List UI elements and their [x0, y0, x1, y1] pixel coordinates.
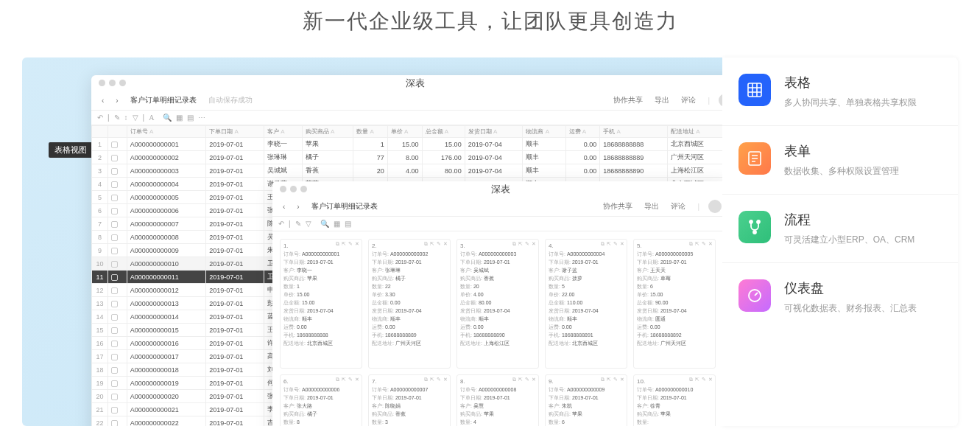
copy-icon: ⧉ [424, 241, 428, 247]
card-toolbar[interactable]: ⧉⇱✎✕ [512, 377, 536, 383]
copy-icon: ⧉ [689, 241, 693, 247]
view-card-icon[interactable]: ▤ [187, 114, 194, 122]
card-toolbar[interactable]: ⧉⇱✎✕ [689, 377, 713, 383]
tooltip-grid-view: 表格视图 [49, 142, 93, 158]
export-button[interactable]: 导出 [652, 94, 672, 107]
dashboard-icon [738, 279, 771, 312]
window-title: 深表 [272, 183, 722, 196]
share-button[interactable]: 协作共享 [610, 94, 646, 107]
record-card[interactable]: ⧉⇱✎✕ 1. 订单号: A000000000001 下单日期: 2019-07… [280, 239, 362, 369]
record-card[interactable]: ⧉⇱✎✕ 2. 订单号: A000000000002 下单日期: 2019-07… [368, 239, 451, 369]
undo-icon[interactable]: ↶ [278, 220, 284, 228]
copy-icon: ⧉ [424, 377, 428, 383]
card-toolbar[interactable]: ⧉⇱✎✕ [512, 241, 536, 247]
svg-point-3 [757, 220, 760, 223]
more-icon[interactable]: ⋯ [198, 114, 205, 122]
search-icon[interactable]: 🔍 [163, 114, 172, 122]
delete-icon: ✕ [620, 241, 624, 247]
edit-icon: ✎ [525, 377, 529, 383]
link-icon: ⇱ [342, 241, 346, 247]
record-card[interactable]: ⧉⇱✎✕ 6. 订单号: A000000000006 下单日期: 2019-07… [280, 374, 362, 426]
view-grid-icon[interactable]: ▦ [334, 220, 340, 228]
edit-icon: ✎ [613, 377, 618, 383]
edit-icon: ✎ [525, 241, 529, 247]
view-grid-icon[interactable]: ▦ [176, 114, 183, 122]
feature-desc: 可灵活建立小型ERP、OA、CRM [784, 233, 914, 246]
table-row[interactable]: 2A0000000000022019-07-01张琳琳橘子778.00176.0… [92, 151, 723, 164]
delete-icon: ✕ [443, 377, 448, 383]
copy-icon: ⧉ [601, 377, 604, 383]
feature-title: 表格 [784, 74, 917, 91]
edit-icon: ✎ [702, 241, 706, 247]
record-card[interactable]: ⧉⇱✎✕ 3. 订单号: A000000000003 下单日期: 2019-07… [456, 239, 539, 369]
type-label: A [149, 114, 154, 122]
edit-icon: ✎ [437, 241, 441, 247]
tab-name[interactable]: 客户订单明细记录表 [309, 200, 381, 213]
delete-icon: ✕ [620, 377, 624, 383]
card-toolbar[interactable]: ⧉⇱✎✕ [424, 377, 448, 383]
nav-back-icon[interactable]: ‹ [99, 95, 107, 106]
brush-icon[interactable]: ✎ [295, 220, 301, 228]
filter-icon[interactable]: ▽ [133, 114, 138, 122]
feature-form[interactable]: 表单 数据收集、多种权限设置管理 [722, 126, 958, 195]
link-icon: ⇱ [607, 241, 611, 247]
edit-icon: ✎ [437, 377, 441, 383]
card-toolbar[interactable]: ⧉⇱✎✕ [689, 241, 713, 247]
avatar[interactable] [719, 94, 722, 107]
feature-table[interactable]: 表格 多人协同共享、单独表格共享权限 [722, 57, 958, 126]
svg-point-2 [750, 220, 752, 223]
nav-fwd-icon[interactable]: › [294, 201, 302, 212]
table-row[interactable]: 3A0000000000032019-07-01吴城斌香蕉204.0080.00… [92, 164, 723, 178]
record-card[interactable]: ⧉⇱✎✕ 8. 订单号: A000000000008 下单日期: 2019-07… [456, 374, 539, 426]
avatar[interactable] [708, 200, 722, 213]
copy-icon: ⧉ [689, 377, 693, 383]
table-row[interactable]: 1A0000000000012019-07-01李晓一苹果115.0015.00… [92, 138, 723, 151]
copy-icon: ⧉ [601, 241, 604, 247]
autosave-status: 自动保存成功 [205, 94, 255, 107]
divider: | [705, 95, 713, 106]
copy-icon: ⧉ [512, 377, 516, 383]
copy-icon: ⧉ [336, 241, 339, 247]
feature-dashboard[interactable]: 仪表盘 可视化数据表、财务报表、汇总表 [722, 263, 958, 331]
delete-icon: ✕ [443, 241, 448, 247]
export-button[interactable]: 导出 [641, 200, 662, 213]
comment-button[interactable]: 评论 [668, 200, 688, 213]
share-button[interactable]: 协作共享 [600, 200, 635, 213]
copy-icon: ⧉ [336, 377, 339, 383]
feature-desc: 数据收集、多种权限设置管理 [784, 164, 899, 178]
record-card[interactable]: ⧉⇱✎✕ 5. 订单号: A000000000005 下单日期: 2019-07… [633, 239, 716, 369]
comment-button[interactable]: 评论 [678, 94, 699, 107]
filter-icon[interactable]: ▽ [306, 220, 311, 228]
view-card-icon[interactable]: ▤ [345, 220, 351, 228]
record-card[interactable]: ⧉⇱✎✕ 7. 订单号: A000000000007 下单日期: 2019-07… [368, 374, 451, 426]
window-title: 深表 [91, 77, 722, 90]
feature-desc: 多人协同共享、单独表格共享权限 [784, 96, 917, 109]
feature-title: 表单 [784, 142, 899, 160]
search-icon[interactable]: 🔍 [320, 220, 329, 228]
sort-icon[interactable]: ↕ [124, 114, 128, 122]
record-card[interactable]: ⧉⇱✎✕ 4. 订单号: A000000000004 下单日期: 2019-07… [545, 239, 627, 369]
feature-workflow[interactable]: 流程 可灵活建立小型ERP、OA、CRM [722, 195, 958, 263]
flow-icon [738, 211, 771, 243]
delete-icon: ✕ [355, 241, 359, 247]
record-card[interactable]: ⧉⇱✎✕ 9. 订单号: A000000000009 下单日期: 2019-07… [545, 374, 627, 426]
card-toolbar[interactable]: ⧉⇱✎✕ [601, 377, 624, 383]
grid-icon [738, 74, 771, 106]
nav-back-icon[interactable]: ‹ [280, 201, 288, 212]
delete-icon: ✕ [532, 241, 536, 247]
nav-fwd-icon[interactable]: › [113, 95, 121, 106]
delete-icon: ✕ [532, 377, 536, 383]
tab-name[interactable]: 客户订单明细记录表 [127, 94, 200, 107]
card-toolbar[interactable]: ⧉⇱✎✕ [601, 241, 624, 247]
feature-desc: 可视化数据表、财务报表、汇总表 [784, 301, 917, 315]
card-toolbar[interactable]: ⧉⇱✎✕ [424, 241, 448, 247]
brush-icon[interactable]: ✎ [114, 114, 120, 122]
card-toolbar[interactable]: ⧉⇱✎✕ [336, 241, 359, 247]
card-toolbar[interactable]: ⧉⇱✎✕ [336, 377, 359, 383]
edit-icon: ✎ [348, 241, 353, 247]
record-card[interactable]: ⧉⇱✎✕ 10. 订单号: A000000000010 下单日期: 2019-0… [633, 374, 716, 426]
undo-icon[interactable]: ↶ [97, 114, 103, 122]
feature-list: 表格 多人协同共享、单独表格共享权限 表单 数据收集、多种权限设置管理 流程 可… [722, 57, 958, 426]
page-headline: 新一代企业级工具，让团队更具创造力 [0, 0, 980, 57]
link-icon: ⇱ [518, 377, 523, 383]
